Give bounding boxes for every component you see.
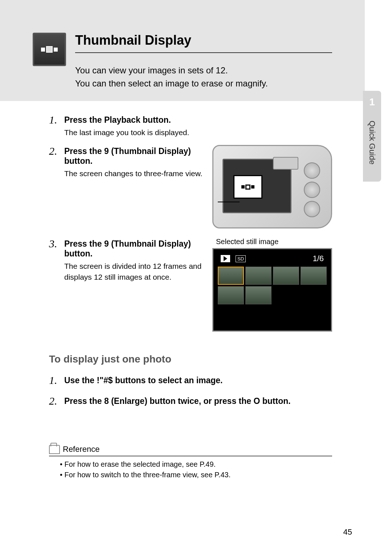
intro-text-1: You can view your images in sets of 12.: [75, 64, 332, 77]
section-header: Thumbnail Display You can view your imag…: [0, 0, 365, 101]
step-number: 2.: [49, 395, 60, 408]
step-title: Press the Playback button.: [64, 115, 332, 125]
callout-arrow: [218, 202, 240, 202]
intro-text-2: You can then select an image to erase or…: [75, 77, 332, 90]
sub-step-1: 1. Use the !"#$ buttons to select an ima…: [49, 374, 332, 388]
thumbnail-display-icon: [33, 33, 66, 66]
image-counter: 1/6: [313, 254, 324, 263]
thumbnail: [245, 267, 271, 285]
step-number: 3.: [49, 238, 60, 282]
step-title: Press the 8 (Enlarge) button twice, or p…: [64, 396, 332, 406]
sd-card-icon: SD: [236, 255, 246, 262]
thumbnail: [245, 286, 271, 304]
step-number: 2.: [49, 145, 60, 179]
step-3: 3. Press the 9 (Thumbnail Display) butto…: [49, 238, 203, 282]
chapter-label: Quick Guide: [367, 121, 377, 165]
step-description: The screen changes to three-frame view.: [64, 168, 203, 179]
thumbnail-button-callout: [233, 175, 262, 199]
folder-icon: [49, 445, 60, 454]
step-number: 1.: [49, 374, 60, 388]
reference-item: For how to switch to the three-frame vie…: [60, 471, 332, 479]
step-description: The last image you took is displayed.: [64, 127, 332, 138]
screenshot-caption: Selected still image: [216, 238, 332, 246]
step-description: The screen is divided into 12 frames and…: [64, 261, 203, 282]
step-title: Use the !"#$ buttons to select an image.: [64, 376, 332, 385]
step-title: Press the 9 (Thumbnail Display) button.: [64, 239, 203, 259]
reference-section: Reference For how to erase the selected …: [49, 445, 332, 479]
thumbnail-grid: [216, 265, 328, 325]
step-1: 1. Press the Playback button. The last i…: [49, 114, 332, 138]
step-2: 2. Press the 9 (Thumbnail Display) butto…: [49, 145, 203, 179]
reference-title: Reference: [63, 445, 100, 454]
sub-step-2: 2. Press the 8 (Enlarge) button twice, o…: [49, 395, 332, 408]
thumbnail: [273, 267, 299, 285]
main-content: 1. Press the Playback button. The last i…: [0, 101, 365, 479]
chapter-tab: 1 Quick Guide: [363, 91, 381, 182]
thumbnail: [301, 267, 327, 285]
playback-icon: [221, 255, 230, 262]
reference-item: For how to erase the selected image, see…: [60, 460, 332, 469]
camera-illustration: [212, 145, 332, 228]
subsection-title: To display just one photo: [49, 353, 332, 365]
section-title: Thumbnail Display: [75, 33, 332, 53]
page-number: 45: [343, 527, 352, 537]
lcd-thumbnail-screenshot: SD 1/6: [212, 248, 332, 332]
thumbnail: [218, 286, 244, 304]
manual-page: 1 Quick Guide Thumbnail Display You can …: [0, 0, 392, 555]
step-number: 1.: [49, 114, 60, 138]
step-title: Press the 9 (Thumbnail Display) button.: [64, 146, 203, 166]
chapter-number: 1: [369, 96, 375, 108]
thumbnail-selected: [218, 267, 244, 285]
